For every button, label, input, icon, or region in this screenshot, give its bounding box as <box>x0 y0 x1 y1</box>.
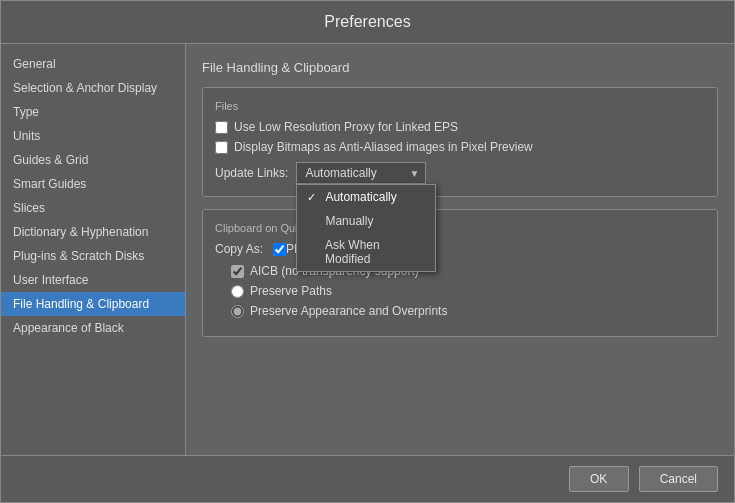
check-icon: ✓ <box>307 191 319 204</box>
preserve-paths-label: Preserve Paths <box>250 284 332 298</box>
update-links-dropdown-container: Automatically ▼ ✓ Automatically Manua <box>296 162 426 184</box>
ok-button[interactable]: OK <box>569 466 629 492</box>
sidebar-item-appearance-black[interactable]: Appearance of Black <box>1 316 185 340</box>
preserve-paths-row: Preserve Paths <box>231 284 705 298</box>
dropdown-option-manually[interactable]: Manually <box>297 209 435 233</box>
low-res-proxy-checkbox[interactable] <box>215 121 228 134</box>
low-res-proxy-label: Use Low Resolution Proxy for Linked EPS <box>234 120 458 134</box>
pdf-checkbox[interactable] <box>273 243 286 256</box>
sidebar-item-general[interactable]: General <box>1 52 185 76</box>
preserve-appearance-radio[interactable] <box>231 305 244 318</box>
sidebar-item-file-handling[interactable]: File Handling & Clipboard <box>1 292 185 316</box>
dialog-title: Preferences <box>1 1 734 44</box>
cancel-button[interactable]: Cancel <box>639 466 718 492</box>
dropdown-arrow-icon: ▼ <box>409 168 419 179</box>
preserve-appearance-label: Preserve Appearance and Overprints <box>250 304 447 318</box>
preserve-paths-radio[interactable] <box>231 285 244 298</box>
sidebar-item-dictionary[interactable]: Dictionary & Hyphenation <box>1 220 185 244</box>
sidebar: General Selection & Anchor Display Type … <box>1 44 186 455</box>
aicb-row: AICB (no transparency support) <box>215 264 705 278</box>
section-title: File Handling & Clipboard <box>202 60 718 75</box>
option-automatically-label: Automatically <box>325 190 396 204</box>
main-content: File Handling & Clipboard Files Use Low … <box>186 44 734 455</box>
sidebar-item-type[interactable]: Type <box>1 100 185 124</box>
update-links-row: Update Links: Automatically ▼ ✓ Automati… <box>215 162 705 184</box>
clipboard-panel: Clipboard on Quit Copy As: PDF AICB (no … <box>202 209 718 337</box>
sidebar-item-plugins[interactable]: Plug-ins & Scratch Disks <box>1 244 185 268</box>
update-links-dropdown[interactable]: Automatically ▼ <box>296 162 426 184</box>
option-manually-label: Manually <box>325 214 373 228</box>
dialog-body: General Selection & Anchor Display Type … <box>1 44 734 455</box>
display-bitmaps-row: Display Bitmaps as Anti-Aliased images i… <box>215 140 705 154</box>
dropdown-selected-value: Automatically <box>305 166 376 180</box>
option-ask-label: Ask When Modified <box>325 238 425 266</box>
display-bitmaps-checkbox[interactable] <box>215 141 228 154</box>
dropdown-option-automatically[interactable]: ✓ Automatically <box>297 185 435 209</box>
files-panel-label: Files <box>215 100 705 112</box>
copy-as-row: Copy As: PDF <box>215 242 705 256</box>
sidebar-item-slices[interactable]: Slices <box>1 196 185 220</box>
low-res-proxy-row: Use Low Resolution Proxy for Linked EPS <box>215 120 705 134</box>
dropdown-option-ask-when-modified[interactable]: Ask When Modified <box>297 233 435 271</box>
dialog-footer: OK Cancel <box>1 455 734 502</box>
preserve-appearance-row: Preserve Appearance and Overprints <box>231 304 705 318</box>
aicb-checkbox[interactable] <box>231 265 244 278</box>
files-panel: Files Use Low Resolution Proxy for Linke… <box>202 87 718 197</box>
sidebar-item-selection-anchor[interactable]: Selection & Anchor Display <box>1 76 185 100</box>
dropdown-menu: ✓ Automatically Manually Ask When Modifi… <box>296 184 436 272</box>
sidebar-item-user-interface[interactable]: User Interface <box>1 268 185 292</box>
sidebar-item-smart-guides[interactable]: Smart Guides <box>1 172 185 196</box>
sidebar-item-units[interactable]: Units <box>1 124 185 148</box>
update-links-label: Update Links: <box>215 166 288 180</box>
clipboard-panel-label: Clipboard on Quit <box>215 222 705 234</box>
sidebar-item-guides-grid[interactable]: Guides & Grid <box>1 148 185 172</box>
copy-as-label: Copy As: <box>215 242 263 256</box>
display-bitmaps-label: Display Bitmaps as Anti-Aliased images i… <box>234 140 533 154</box>
preferences-dialog: Preferences General Selection & Anchor D… <box>0 0 735 503</box>
